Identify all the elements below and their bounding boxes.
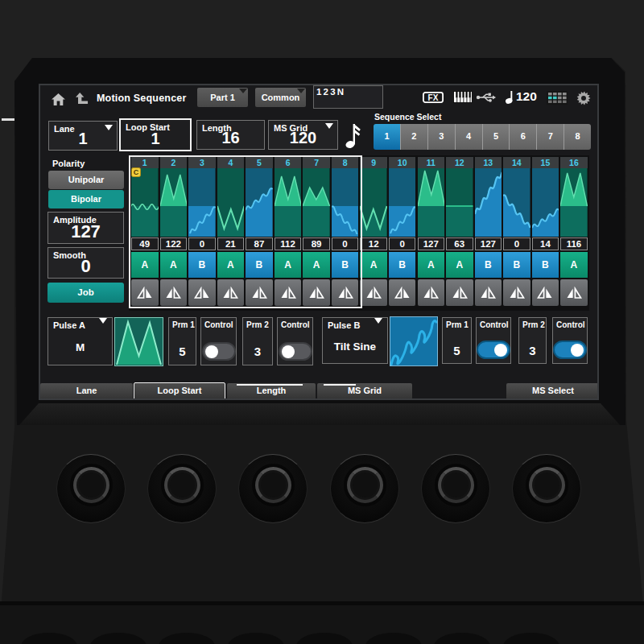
svg-text:FX: FX (428, 93, 439, 102)
